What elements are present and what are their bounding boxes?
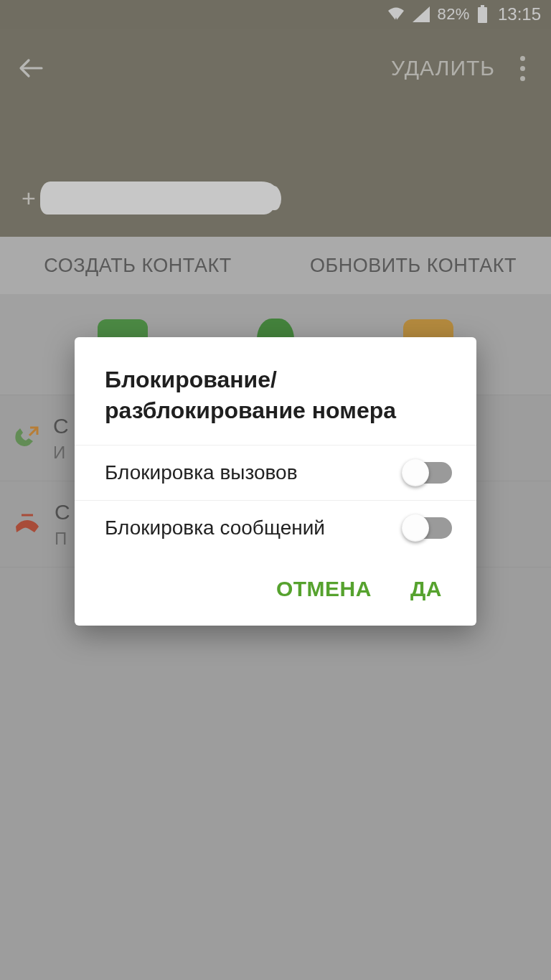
block-unblock-dialog: Блокирование/ разблокирование номера Бло… <box>75 337 476 626</box>
block-calls-label: Блокировка вызовов <box>105 461 298 484</box>
cancel-button[interactable]: ОТМЕНА <box>276 577 372 601</box>
block-calls-row: Блокировка вызовов <box>75 445 476 500</box>
block-messages-toggle[interactable] <box>403 517 452 539</box>
ok-button[interactable]: ДА <box>410 577 442 601</box>
block-calls-toggle[interactable] <box>403 462 452 484</box>
dialog-actions: ОТМЕНА ДА <box>75 555 476 626</box>
screen: 82% 13:15 УДАЛИТЬ + СОЗДАТЬ КОНТ <box>0 0 551 980</box>
dialog-title: Блокирование/ разблокирование номера <box>75 364 476 445</box>
block-messages-label: Блокировка сообщений <box>105 517 325 540</box>
block-messages-row: Блокировка сообщений <box>75 500 476 555</box>
